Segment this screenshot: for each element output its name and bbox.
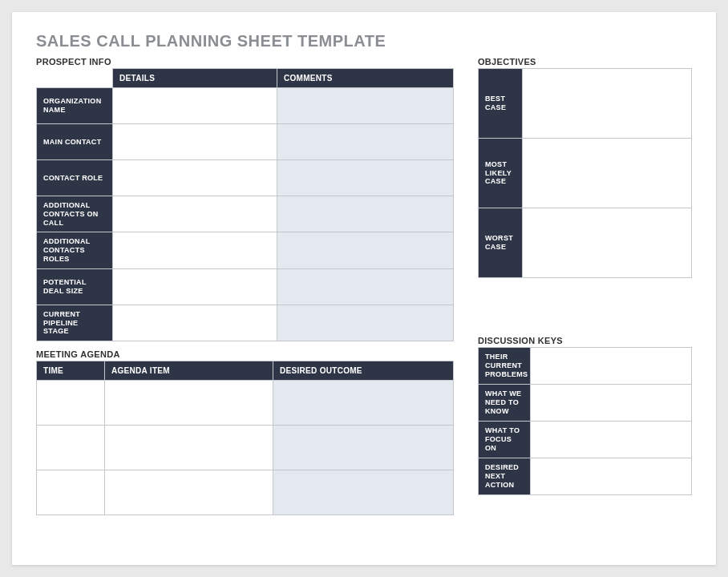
row-label: BEST CASE [479,69,523,139]
table-row: MOST LIKELY CASE [479,139,692,208]
details-cell[interactable] [113,160,277,196]
discussion-cell[interactable] [531,348,692,385]
objectives-label: OBJECTIVES [478,57,692,67]
comments-cell[interactable] [277,232,454,268]
two-column-layout: PROSPECT INFO DETAILS COMMENTS ORGANIZAT… [36,57,692,515]
row-label: POTENTIAL DEAL SIZE [37,268,113,305]
table-row: DESIRED NEXT ACTION [479,458,692,495]
row-label: ADDITIONAL CONTACTS ON CALL [37,196,113,232]
table-row: ORGANIZATION NAME [37,88,454,124]
right-column: OBJECTIVES BEST CASE MOST LIKELY CASE WO… [478,57,692,515]
agenda-item-cell[interactable] [105,470,273,515]
prospect-info-label: PROSPECT INFO [36,57,454,67]
table-row: THEIR CURRENT PROBLEMS [479,348,692,385]
left-column: PROSPECT INFO DETAILS COMMENTS ORGANIZAT… [36,57,454,515]
discussion-cell[interactable] [531,422,692,458]
meeting-agenda-label: MEETING AGENDA [36,349,454,359]
objective-cell[interactable] [523,208,692,278]
header-details: DETAILS [113,69,277,88]
details-cell[interactable] [113,88,277,124]
table-row [37,381,454,426]
meeting-agenda-table: TIME AGENDA ITEM DESIRED OUTCOME [36,361,454,515]
header-agenda-item: AGENDA ITEM [105,361,273,381]
table-row: CONTACT ROLE [37,160,454,196]
discussion-cell[interactable] [531,458,692,495]
comments-cell[interactable] [277,88,454,124]
blank-corner [37,69,113,88]
row-label: ADDITIONAL CONTACTS ROLES [37,232,113,268]
row-label: MOST LIKELY CASE [479,139,523,208]
document-title: SALES CALL PLANNING SHEET TEMPLATE [36,32,692,50]
details-cell[interactable] [113,196,277,232]
comments-cell[interactable] [277,196,454,232]
comments-cell[interactable] [277,124,454,160]
comments-cell[interactable] [277,305,454,341]
prospect-info-table: DETAILS COMMENTS ORGANIZATION NAME MAIN … [36,68,454,341]
agenda-item-cell[interactable] [105,426,273,470]
agenda-item-cell[interactable] [105,381,273,426]
row-label: THEIR CURRENT PROBLEMS [479,348,531,385]
row-label: CURRENT PIPELINE STAGE [37,305,113,341]
header-time: TIME [37,361,105,381]
table-row: WHAT TO FOCUS ON [479,422,692,458]
table-row: CURRENT PIPELINE STAGE [37,305,454,341]
table-row: WHAT WE NEED TO KNOW [479,385,692,422]
objectives-table: BEST CASE MOST LIKELY CASE WORST CASE [478,68,692,278]
comments-cell[interactable] [277,160,454,196]
document-page: SALES CALL PLANNING SHEET TEMPLATE PROSP… [12,12,716,565]
table-row: WORST CASE [479,208,692,278]
outcome-cell[interactable] [273,381,454,426]
table-row: POTENTIAL DEAL SIZE [37,268,454,305]
outcome-cell[interactable] [273,470,454,515]
discussion-keys-table: THEIR CURRENT PROBLEMS WHAT WE NEED TO K… [478,347,692,495]
objective-cell[interactable] [523,139,692,208]
row-label: MAIN CONTACT [37,124,113,160]
outcome-cell[interactable] [273,426,454,470]
table-header-row: DETAILS COMMENTS [37,69,454,88]
header-desired-outcome: DESIRED OUTCOME [273,361,454,381]
details-cell[interactable] [113,305,277,341]
table-row: ADDITIONAL CONTACTS ROLES [37,232,454,268]
details-cell[interactable] [113,268,277,305]
details-cell[interactable] [113,124,277,160]
table-header-row: TIME AGENDA ITEM DESIRED OUTCOME [37,361,454,381]
row-label: ORGANIZATION NAME [37,88,113,124]
time-cell[interactable] [37,426,105,470]
header-comments: COMMENTS [277,69,454,88]
spacer [478,278,692,328]
table-row: ADDITIONAL CONTACTS ON CALL [37,196,454,232]
discussion-cell[interactable] [531,385,692,422]
row-label: WORST CASE [479,208,523,278]
discussion-keys-label: DISCUSSION KEYS [478,336,692,345]
comments-cell[interactable] [277,268,454,305]
row-label: WHAT WE NEED TO KNOW [479,385,531,422]
time-cell[interactable] [37,381,105,426]
details-cell[interactable] [113,232,277,268]
table-row: BEST CASE [479,69,692,139]
row-label: WHAT TO FOCUS ON [479,422,531,458]
row-label: CONTACT ROLE [37,160,113,196]
time-cell[interactable] [37,470,105,515]
row-label: DESIRED NEXT ACTION [479,458,531,495]
objective-cell[interactable] [523,69,692,139]
table-row: MAIN CONTACT [37,124,454,160]
table-row [37,470,454,515]
table-row [37,426,454,470]
